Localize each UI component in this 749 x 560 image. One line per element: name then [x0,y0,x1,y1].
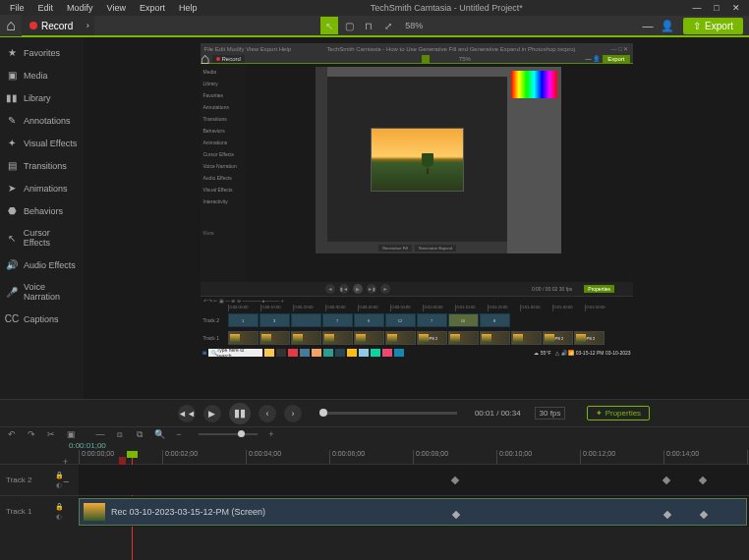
media-icon: ▣ [6,70,18,81]
pointer-tool[interactable]: ↖ [320,17,338,34]
record-button[interactable]: Record [22,16,81,35]
export-label: Export [705,21,733,31]
keyframe-icon[interactable] [451,476,459,484]
inner-playbar: ◄▮◄▶►▮► 0:00 / 00:02 30 fps Properties [201,282,633,296]
step-forward-button[interactable]: › [284,405,302,422]
properties-button[interactable]: ✦ Properties [587,406,650,420]
record-dot-icon [29,22,37,29]
clip-thumbnail [84,503,105,521]
animations-icon: ➤ [6,183,18,194]
track-1-body[interactable]: Rec 03-10-2023-03-15-12-PM (Screen) [79,496,749,527]
keyframe-icon[interactable] [700,511,708,519]
menu-modify[interactable]: Modify [61,2,99,14]
video-preview: File Edit Modify View Export HelpTechSmi… [201,43,633,392]
playback-fps[interactable]: 30 fps [535,407,566,420]
pause-button[interactable]: ▮▮ [229,403,251,424]
upload-icon: ⇧ [693,21,701,31]
keyframe-icon[interactable] [452,511,460,519]
behaviors-icon: ⬣ [6,205,18,216]
inner-canvas: Generative FillGenerative Expand [245,64,633,282]
window-title: TechSmith Camtasia - Untitled Project* [202,3,690,13]
timeline-marker[interactable]: 🔍 [153,429,165,439]
timeline: ↶ ↷ ✂ ▣ — ⧈ ⧉ 🔍 − + + − 0:00:01;00 0:00:… [0,426,749,560]
menu-file[interactable]: File [4,2,30,14]
sidebar-animations[interactable]: ➤Animations [0,177,84,199]
undo-button[interactable]: ↶ [6,429,18,439]
sidebar: ★Favorites ▣Media ▮▮Library ✎Annotations… [0,37,84,399]
sidebar-behaviors[interactable]: ⬣Behaviors [0,199,84,222]
sidebar-media[interactable]: ▣Media [0,64,84,86]
clip-name: Rec 03-10-2023-03-15-12-PM (Screen) [111,507,265,517]
cut-button[interactable]: ✂ [45,429,57,439]
maximize-icon[interactable]: □ [710,3,723,13]
inner-title-bar: File Edit Modify View Export HelpTechSmi… [201,43,633,54]
sidebar-captions[interactable]: CCCaptions [0,308,84,330]
cc-icon: CC [6,313,18,324]
inner-taskbar: ⊞ 🔍 Type here to search ☁ 55°F △ 🔊 📶 03-… [201,347,633,358]
sidebar-favorites[interactable]: ★Favorites [0,41,84,64]
timeline-track-1: Track 1 🔒◐ Rec 03-10-2023-03-15-12-PM (S… [0,495,749,527]
account-icon[interactable]: 👤 [658,20,677,32]
timeline-zoom-out[interactable]: ⧈ [114,429,126,440]
home-button[interactable]: ⌂ [0,15,22,36]
detach-tool[interactable]: ⤢ [379,17,397,34]
record-chevron[interactable]: › [81,16,94,35]
sidebar-library[interactable]: ▮▮Library [0,86,84,109]
sidebar-audio-effects[interactable]: 🔊Audio Effects [0,253,84,276]
menu-export[interactable]: Export [134,2,171,14]
zoom-level[interactable]: 58% [405,21,423,30]
menu-bar: File Edit Modify View Export Help [0,2,202,14]
canvas-area[interactable]: File Edit Modify View Export HelpTechSmi… [84,37,749,399]
playback-time: 00:01 / 00:34 [475,409,521,418]
menu-help[interactable]: Help [173,2,203,14]
close-icon[interactable]: ✕ [729,3,743,13]
playback-bar: ◄◄ ▶ ▮▮ ‹ › 00:01 / 00:34 30 fps ✦ Prope… [0,399,749,426]
timeline-zoom-slider[interactable] [199,433,258,435]
track-lock-icon[interactable]: 🔒 [55,503,64,511]
timeline-time: 0:00:01;00 [0,441,749,450]
prev-frame-button[interactable]: ▶ [203,405,221,422]
track-mute-icon[interactable]: ◐ [56,513,62,521]
export-button[interactable]: ⇧ Export [683,18,743,34]
cursor-icon: ↖ [6,233,18,244]
sidebar-transitions[interactable]: ▤Transitions [0,154,84,177]
annotations-icon: ✎ [6,115,18,126]
sidebar-cursor-effects[interactable]: ↖Cursor Effects [0,222,84,253]
magnet-tool[interactable]: ⊓ [360,17,377,34]
crop-tool[interactable]: ▢ [340,17,358,34]
keyframe-icon[interactable] [699,476,707,484]
timeline-zoom-in[interactable]: ⧉ [134,429,145,440]
step-back-button[interactable]: ‹ [259,405,276,422]
sidebar-annotations[interactable]: ✎Annotations [0,109,84,132]
track-2-label: Track 2 [0,476,39,484]
transitions-icon: ▤ [6,160,18,171]
track-1-label: Track 1 [0,507,39,516]
timeline-clip[interactable]: Rec 03-10-2023-03-15-12-PM (Screen) [79,498,747,526]
track-mute-icon[interactable]: ◐ [56,481,62,489]
timeline-ruler[interactable]: 0:00:00;000:00:02;000:00:04;00 0:00:06;0… [0,450,749,464]
record-label: Record [41,21,73,31]
rewind-button[interactable]: ◄◄ [178,405,196,422]
track-2-body[interactable] [79,465,749,495]
audio-icon: 🔊 [6,259,18,270]
menu-edit[interactable]: Edit [32,2,60,14]
inner-timeline: ↶ ↷ ✂ ▣ — ⊕ ⊖ ————●——— + 0:00:00:000:00:… [201,296,633,392]
keyframe-icon[interactable] [663,511,671,519]
split-button[interactable]: ▣ [65,429,77,439]
playback-slider[interactable] [319,412,457,415]
star-icon: ★ [6,47,18,58]
keyframe-icon[interactable] [663,476,670,484]
inner-toolbar: ⌂ Record 75% — 👤 Export [201,54,633,64]
menu-view[interactable]: View [101,2,132,14]
redo-button[interactable]: ↷ [26,429,37,439]
remove-track-button[interactable]: − [63,476,69,487]
toolbar-minimize[interactable]: — [638,20,658,31]
effects-icon: ✦ [6,138,18,148]
inner-sidebar: MediaLibraryFavorites AnnotationsTransit… [201,64,245,282]
library-icon: ▮▮ [6,92,18,103]
minimize-icon[interactable]: — [690,3,704,13]
mic-icon: 🎤 [6,287,18,298]
sidebar-voice-narration[interactable]: 🎤Voice Narration [0,276,84,308]
timeline-track-2: Track 2 🔒◐ [0,464,749,495]
sidebar-visual-effects[interactable]: ✦Visual Effects [0,132,84,154]
